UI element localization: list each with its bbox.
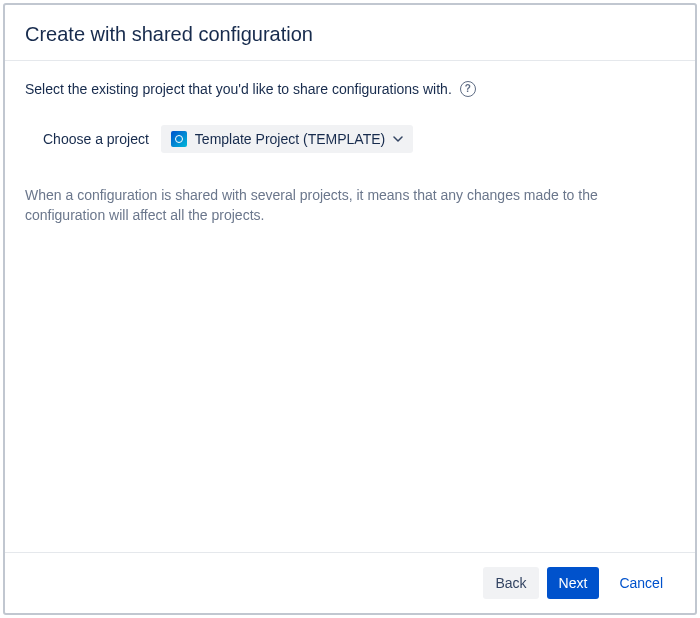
help-icon[interactable]: ? — [460, 81, 476, 97]
instruction-row: Select the existing project that you'd l… — [25, 81, 675, 97]
config-description: When a configuration is shared with seve… — [25, 185, 675, 226]
dialog-body: Select the existing project that you'd l… — [5, 61, 695, 552]
instruction-text: Select the existing project that you'd l… — [25, 81, 452, 97]
next-button[interactable]: Next — [547, 567, 600, 599]
project-select[interactable]: Template Project (TEMPLATE) — [161, 125, 413, 153]
dialog-footer: Back Next Cancel — [5, 552, 695, 613]
project-avatar-icon — [171, 131, 187, 147]
create-shared-config-dialog: Create with shared configuration Select … — [3, 3, 697, 615]
cancel-button[interactable]: Cancel — [607, 567, 675, 599]
dialog-title: Create with shared configuration — [25, 23, 675, 46]
back-button[interactable]: Back — [483, 567, 538, 599]
dialog-header: Create with shared configuration — [5, 5, 695, 61]
project-field-row: Choose a project Template Project (TEMPL… — [43, 125, 675, 153]
chevron-down-icon — [393, 136, 403, 142]
project-select-value: Template Project (TEMPLATE) — [195, 131, 385, 147]
project-field-label: Choose a project — [43, 131, 149, 147]
